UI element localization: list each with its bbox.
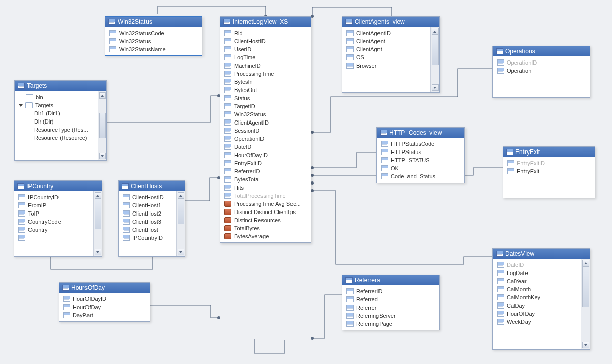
table-header[interactable]: ClientAgents_view — [342, 17, 439, 27]
column[interactable]: HTTPStatusCode — [378, 140, 463, 148]
column[interactable]: Rid — [221, 29, 310, 37]
column[interactable]: Distinct Distinct ClientIps — [221, 208, 310, 216]
column[interactable]: HourOfDayID — [221, 151, 310, 159]
table-clienthosts[interactable]: ClientHosts ClientHostIDClientHost1Clien… — [118, 180, 185, 257]
column[interactable]: DateID — [221, 143, 310, 151]
column[interactable]: TargetID — [221, 102, 310, 110]
column[interactable]: CalMonthKey — [494, 293, 580, 301]
column[interactable]: Browser — [343, 62, 429, 70]
table-httpcodes[interactable]: HTTP_Codes_view HTTPStatusCodeHTTPStatus… — [376, 127, 465, 183]
column[interactable]: BytesAverage — [221, 232, 310, 240]
column[interactable]: ClientAgent — [343, 37, 429, 45]
table-internetlogview[interactable]: InternetLogView_XS RidClientHostIDUserID… — [220, 16, 311, 243]
column[interactable]: MachineID — [221, 62, 310, 70]
table-win32status[interactable]: Win32Status Win32StatusCode Win32Status … — [105, 16, 202, 56]
column[interactable]: ClientHost3 — [120, 218, 175, 226]
column[interactable]: ClientAgentID — [343, 29, 429, 37]
column[interactable]: ReferrerID — [221, 167, 310, 175]
column[interactable]: ProcessingTime Avg Sec... — [221, 200, 310, 208]
scroll-up-button[interactable] — [582, 260, 589, 266]
column[interactable]: Operation — [494, 67, 589, 75]
table-targets[interactable]: Targets bin Targets Dir1 (Dir1) Dir (Dir… — [14, 80, 107, 161]
column[interactable]: Win32Status — [221, 110, 310, 118]
table-entryexit[interactable]: EntryExit EntryExitID EntryExit — [503, 146, 595, 198]
table-header[interactable]: Targets — [15, 81, 106, 91]
table-referrers[interactable]: Referrers ReferrerIDReferredReferrerRefe… — [342, 275, 440, 330]
scroll-up-button[interactable] — [178, 192, 184, 199]
column[interactable]: Distinct Resources — [221, 216, 310, 224]
column[interactable]: OperationID — [494, 58, 589, 67]
column[interactable]: Status — [221, 94, 310, 102]
column[interactable]: EntryExitID — [221, 159, 310, 167]
table-hoursofday[interactable]: HoursOfDay HourOfDayID HourOfDay DayPart — [59, 282, 150, 322]
column[interactable]: WeekDay — [494, 318, 580, 326]
column[interactable]: TotalBytes — [221, 224, 310, 232]
scroll-down-button[interactable] — [99, 153, 106, 159]
column[interactable]: OperationID — [221, 135, 310, 143]
column[interactable]: Country — [15, 226, 92, 234]
column[interactable]: OS — [343, 53, 429, 62]
column[interactable]: Hits — [221, 184, 310, 192]
column[interactable]: EntryExit — [504, 167, 594, 175]
scrollbar[interactable] — [581, 259, 590, 349]
table-header[interactable]: Operations — [493, 46, 590, 56]
column[interactable]: CalYear — [494, 277, 580, 285]
column[interactable]: Referrer — [343, 304, 438, 312]
table-header[interactable]: ClientHosts — [119, 181, 185, 191]
column[interactable]: Referred — [343, 295, 438, 304]
column[interactable]: DayPart — [60, 311, 149, 319]
table-operations[interactable]: Operations OperationID Operation — [492, 46, 590, 98]
column[interactable]: ClientHostID — [221, 37, 310, 45]
table-header[interactable]: IPCountry — [14, 181, 102, 191]
column[interactable]: ClientHost — [120, 226, 175, 234]
scroll-thumb[interactable] — [432, 35, 439, 65]
table-header[interactable]: Win32Status — [105, 17, 202, 27]
column[interactable]: Win32StatusName — [106, 45, 201, 53]
scroll-up-button[interactable] — [432, 28, 439, 35]
column[interactable]: CalDay — [494, 301, 580, 310]
column[interactable]: ReferringPage — [343, 320, 438, 328]
column[interactable]: HTTPStatus — [378, 148, 463, 156]
column[interactable]: HourOfDay — [494, 310, 580, 318]
column[interactable]: CalMonth — [494, 285, 580, 293]
column[interactable]: DateID — [494, 261, 580, 269]
column[interactable]: ToIP — [15, 209, 92, 218]
column[interactable]: ClientHost1 — [120, 201, 175, 209]
column[interactable]: ClientHostID — [120, 193, 175, 201]
table-header[interactable]: EntryExit — [503, 147, 595, 157]
table-header[interactable]: HoursOfDay — [59, 283, 150, 293]
tree-item[interactable]: Dir1 (Dir1) — [16, 109, 97, 117]
scrollbar[interactable] — [430, 27, 439, 92]
column[interactable]: ClientHost2 — [120, 209, 175, 218]
scrollbar[interactable] — [176, 191, 185, 256]
tree-item[interactable]: Dir (Dir) — [16, 117, 97, 126]
column[interactable]: ReferringServer — [343, 312, 438, 320]
column[interactable]: LogDate — [494, 269, 580, 277]
table-header[interactable]: HTTP_Codes_view — [377, 128, 464, 138]
column[interactable]: IPCountryID — [120, 234, 175, 242]
expand-icon[interactable] — [19, 104, 23, 107]
column[interactable]: IPCountryID — [15, 193, 92, 201]
column[interactable]: Win32StatusCode — [106, 29, 201, 37]
column[interactable]: LogTime — [221, 53, 310, 62]
scroll-thumb[interactable] — [582, 266, 589, 307]
column[interactable]: HourOfDay — [60, 303, 149, 311]
scroll-thumb[interactable] — [178, 199, 184, 224]
column[interactable]: SessionID — [221, 127, 310, 135]
scroll-thumb[interactable] — [95, 199, 101, 229]
column[interactable]: HourOfDayID — [60, 295, 149, 303]
scroll-thumb[interactable] — [99, 113, 106, 138]
column[interactable]: Code_and_Status — [378, 172, 463, 180]
scroll-down-button[interactable] — [95, 249, 101, 255]
tree-item[interactable]: bin — [16, 93, 97, 101]
column[interactable]: HTTP_STATUS — [378, 156, 463, 164]
table-clientagents[interactable]: ClientAgents_view ClientAgentIDClientAge… — [342, 16, 440, 93]
scroll-up-button[interactable] — [95, 192, 101, 199]
table-header[interactable]: DatesView — [493, 249, 590, 259]
column[interactable]: BytesTotal — [221, 175, 310, 184]
column[interactable]: EntryExitID — [504, 159, 594, 167]
column[interactable]: ProcessingTime — [221, 70, 310, 78]
column[interactable] — [15, 234, 92, 242]
column[interactable]: BytesIn — [221, 78, 310, 86]
column[interactable]: TotalProcessingTime — [221, 192, 310, 200]
